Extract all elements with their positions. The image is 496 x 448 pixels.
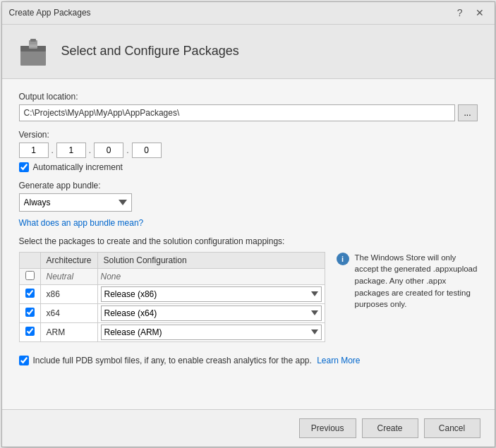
- packages-table: Architecture Solution Configuration Neut…: [19, 252, 325, 342]
- package-icon: [16, 35, 50, 68]
- pdb-row: Include full PDB symbol files, if any, t…: [19, 355, 478, 367]
- output-location-section: Output location: ...: [19, 92, 478, 121]
- auto-increment-row: Automatically increment: [19, 162, 478, 172]
- title-bar-controls: ? ✕: [454, 6, 488, 20]
- close-button[interactable]: ✕: [472, 6, 488, 20]
- pdb-label-text: Include full PDB symbol files, if any, t…: [33, 356, 312, 365]
- version-sep-2: .: [89, 145, 91, 155]
- version-input-4[interactable]: [132, 143, 162, 158]
- footer: Previous Create Cancel: [2, 409, 495, 447]
- title-bar: Create App Packages ? ✕: [2, 2, 495, 25]
- create-button[interactable]: Create: [362, 418, 418, 438]
- previous-button[interactable]: Previous: [299, 418, 356, 438]
- col-header-config: Solution Configuration: [97, 252, 325, 268]
- config-x86[interactable]: Release (x86) Release (x64) Release (ARM…: [97, 284, 325, 303]
- checkbox-arm[interactable]: [25, 327, 35, 336]
- config-arm[interactable]: Release (x86) Release (x64) Release (ARM…: [97, 322, 325, 341]
- bundle-select[interactable]: Always If needed Never: [19, 193, 132, 212]
- packages-content: Architecture Solution Configuration Neut…: [19, 252, 478, 342]
- auto-increment-checkbox[interactable]: [19, 162, 29, 172]
- output-location-label: Output location:: [19, 92, 478, 102]
- version-row: . . .: [19, 143, 478, 158]
- arch-neutral: Neutral: [40, 268, 97, 284]
- col-header-architecture: Architecture: [40, 252, 97, 268]
- packages-section-label: Select the packages to create and the so…: [19, 236, 478, 246]
- version-input-1[interactable]: [19, 143, 49, 158]
- col-header-checkbox: [19, 252, 40, 268]
- info-text: The Windows Store will only accept the g…: [355, 252, 478, 310]
- header-title: Select and Configure Packages: [61, 44, 239, 59]
- auto-increment-label: Automatically increment: [33, 162, 123, 172]
- output-location-row: ...: [19, 104, 478, 121]
- version-section: Version: . . . Automatically increment: [19, 130, 478, 172]
- row-checkbox-neutral[interactable]: [19, 268, 40, 284]
- create-app-packages-dialog: Create App Packages ? ✕ Select and Confi…: [1, 1, 495, 447]
- version-input-3[interactable]: [94, 143, 123, 158]
- svg-rect-4: [29, 44, 37, 47]
- table-row: ARM Release (x86) Release (x64) Release …: [19, 322, 325, 341]
- arch-x64: x64: [40, 303, 97, 322]
- content-area: Output location: ... Version: . . . Auto…: [2, 79, 495, 409]
- config-x64[interactable]: Release (x86) Release (x64) Release (ARM…: [97, 303, 325, 322]
- header-section: Select and Configure Packages: [2, 25, 495, 79]
- bundle-dropdown-row: Always If needed Never: [19, 193, 478, 212]
- info-panel: i The Windows Store will only accept the…: [337, 252, 478, 342]
- info-icon: i: [337, 253, 349, 265]
- checkbox-x86[interactable]: [25, 289, 35, 298]
- row-checkbox-arm[interactable]: [19, 322, 40, 341]
- table-row: x64 Release (x86) Release (x64) Release …: [19, 303, 325, 322]
- checkbox-neutral[interactable]: [25, 271, 35, 280]
- bundle-label: Generate app bundle:: [19, 181, 478, 190]
- output-location-input[interactable]: [19, 104, 455, 121]
- pdb-label: Include full PDB symbol files, if any, t…: [33, 355, 361, 367]
- config-neutral: None: [97, 268, 325, 284]
- table-row: x86 Release (x86) Release (x64) Release …: [19, 284, 325, 303]
- arch-x86: x86: [40, 284, 97, 303]
- dialog-title: Create App Packages: [9, 8, 91, 18]
- browse-button[interactable]: ...: [458, 104, 478, 121]
- config-select-arm[interactable]: Release (x86) Release (x64) Release (ARM…: [101, 325, 322, 340]
- pdb-learn-more-link[interactable]: Learn More: [317, 356, 360, 365]
- pdb-checkbox[interactable]: [19, 356, 29, 365]
- version-input-2[interactable]: [56, 143, 86, 158]
- config-select-x64[interactable]: Release (x86) Release (x64) Release (ARM…: [101, 305, 322, 321]
- version-label: Version:: [19, 130, 478, 140]
- bundle-section: Generate app bundle: Always If needed Ne…: [19, 181, 478, 228]
- packages-section: Select the packages to create and the so…: [19, 236, 478, 342]
- arch-arm: ARM: [40, 322, 97, 341]
- info-box: i The Windows Store will only accept the…: [337, 252, 478, 310]
- version-sep-3: .: [126, 145, 128, 155]
- table-row: Neutral None: [19, 268, 325, 284]
- row-checkbox-x86[interactable]: [19, 284, 40, 303]
- checkbox-x64[interactable]: [25, 308, 35, 317]
- row-checkbox-x64[interactable]: [19, 303, 40, 322]
- version-sep-1: .: [52, 145, 54, 155]
- bundle-help-link[interactable]: What does an app bundle mean?: [19, 218, 144, 228]
- svg-rect-3: [30, 39, 36, 42]
- cancel-button[interactable]: Cancel: [424, 418, 480, 438]
- config-select-x86[interactable]: Release (x86) Release (x64) Release (ARM…: [101, 286, 322, 302]
- packages-table-container: Architecture Solution Configuration Neut…: [19, 252, 325, 342]
- help-button[interactable]: ?: [454, 6, 466, 20]
